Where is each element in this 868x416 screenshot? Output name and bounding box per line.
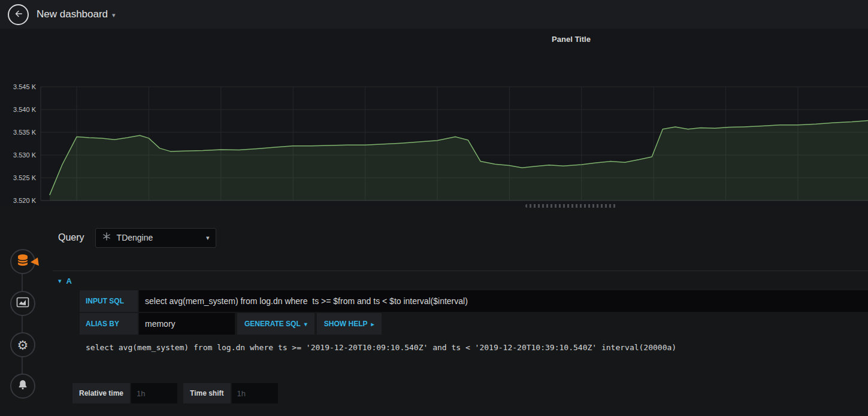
collapse-caret-icon: ▾ <box>58 277 62 285</box>
chevron-down-icon: ▾ <box>206 234 210 242</box>
gear-icon: ⚙ <box>17 339 29 351</box>
panel: Panel Title 3.545 K3.540 K3.535 K3.530 K… <box>0 29 868 207</box>
datasource-icon <box>102 232 111 244</box>
chevron-right-icon: ▸ <box>371 321 374 327</box>
editor-tab-rail: ⚙ <box>0 221 47 416</box>
cursor-arrow <box>30 257 39 267</box>
alias-by-row: ALIAS BY GENERATE SQL ▾ SHOW HELP ▸ <box>80 313 868 335</box>
top-navbar: New dashboard ▾ <box>0 0 868 29</box>
panel-editor: ⚙ Query TDengine ▾ <box>0 221 868 416</box>
tab-visualization[interactable] <box>10 291 35 316</box>
query-row-toggle[interactable]: ▾ A <box>53 271 868 290</box>
query-header: Query TDengine ▾ <box>53 227 868 248</box>
database-icon <box>16 253 30 270</box>
generated-sql-text: select avg(mem_system) from log.dn where… <box>86 343 868 352</box>
tab-alert[interactable] <box>10 374 35 399</box>
query-editor-content: Query TDengine ▾ ▾ A INPUT SQL <box>53 221 868 403</box>
input-sql-field[interactable] <box>139 290 868 312</box>
query-section-title: Query <box>58 232 84 243</box>
query-ref-id: A <box>66 277 72 286</box>
generate-sql-button[interactable]: GENERATE SQL ▾ <box>237 313 314 335</box>
relative-time-input[interactable] <box>131 383 177 403</box>
svg-text:3.540 K: 3.540 K <box>13 106 37 113</box>
dashboard-title: New dashboard <box>37 8 108 20</box>
panel-viewport: Panel Title 3.545 K3.540 K3.535 K3.530 K… <box>0 29 868 207</box>
time-options-row: Relative time Time shift <box>72 383 868 403</box>
resize-handle[interactable] <box>525 204 616 208</box>
chevron-down-icon: ▾ <box>112 10 116 19</box>
time-shift-group: Time shift <box>183 383 277 403</box>
svg-text:3.545 K: 3.545 K <box>13 83 37 90</box>
tab-general[interactable]: ⚙ <box>10 332 35 357</box>
arrow-left-icon <box>13 8 24 21</box>
bell-icon <box>16 378 29 394</box>
time-shift-label: Time shift <box>183 383 230 403</box>
input-sql-row: INPUT SQL <box>80 290 868 312</box>
svg-text:3.530 K: 3.530 K <box>13 151 37 159</box>
datasource-label: TDengine <box>117 233 201 242</box>
svg-text:3.520 K: 3.520 K <box>13 197 37 204</box>
datasource-picker[interactable]: TDengine ▾ <box>95 228 216 248</box>
chevron-down-icon: ▾ <box>304 321 307 327</box>
query-rows: INPUT SQL ALIAS BY GENERATE SQL ▾ SHOW H… <box>80 290 868 352</box>
input-sql-label: INPUT SQL <box>80 290 138 312</box>
alias-by-label: ALIAS BY <box>80 313 138 335</box>
svg-text:3.535 K: 3.535 K <box>13 129 37 136</box>
show-help-label: SHOW HELP <box>324 320 368 328</box>
time-shift-input[interactable] <box>232 383 278 403</box>
svg-text:3.525 K: 3.525 K <box>13 174 37 181</box>
panel-edit-divider <box>0 207 868 221</box>
generate-sql-label: GENERATE SQL <box>244 320 301 328</box>
relative-time-group: Relative time <box>72 383 177 403</box>
time-series-chart: 3.545 K3.540 K3.535 K3.530 K3.525 K3.520… <box>0 29 868 207</box>
dashboard-title-dropdown[interactable]: New dashboard ▾ <box>37 8 116 20</box>
chart-icon <box>16 295 30 312</box>
relative-time-label: Relative time <box>72 383 130 403</box>
tab-connector-line <box>22 262 23 386</box>
alias-by-field[interactable] <box>139 313 235 335</box>
show-help-button[interactable]: SHOW HELP ▸ <box>317 313 382 335</box>
back-button[interactable] <box>8 4 29 25</box>
